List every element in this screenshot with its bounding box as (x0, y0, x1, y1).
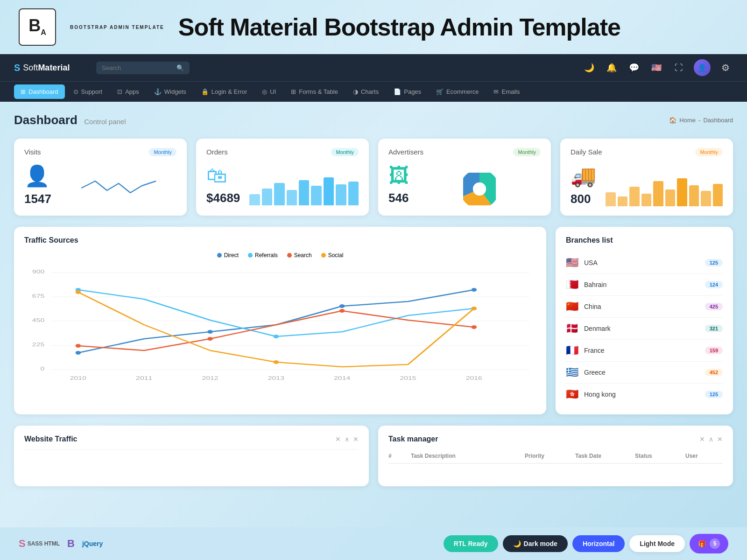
stat-icon-visits: 👤 (24, 164, 51, 188)
task-expand-icon[interactable]: ∧ (709, 435, 713, 443)
widgets-icon: ⚓ (154, 88, 162, 95)
search-input[interactable] (102, 64, 173, 71)
flag-france: 🇫🇷 (566, 344, 578, 357)
legend-social: Social (321, 252, 344, 259)
branch-count-denmark: 321 (705, 325, 723, 332)
website-traffic-content (24, 449, 359, 477)
horizontal-button[interactable]: Horizontal (572, 535, 625, 552)
flag-hongkong: 🇭🇰 (566, 388, 578, 400)
notifications-icon[interactable]: 🔔 (604, 60, 619, 75)
nav-item-charts[interactable]: ◑ Charts (346, 84, 385, 99)
col-desc: Task Description (411, 453, 521, 459)
advertisers-pie (418, 173, 541, 205)
messages-icon[interactable]: 💬 (627, 60, 641, 75)
legend-search: Search (287, 252, 312, 259)
avatar[interactable]: 👤 (694, 59, 711, 76)
nav-item-widgets[interactable]: ⚓ Widgets (148, 84, 193, 99)
stat-card-advertisers: Advertisers Monthly 🖼 546 (378, 139, 551, 216)
forms-icon: ⊞ (291, 88, 296, 95)
navbar: S SoftMaterial 🔍 🌙 🔔 💬 🇺🇸 ⛶ 👤 ⚙ (0, 54, 747, 81)
banner-title: Soft Material Bootstrap Admin Template (178, 13, 620, 41)
task-collapse-icon[interactable]: ✕ (699, 435, 705, 443)
task-manager-panel: Task manager ✕ ∧ ✕ # Task Description Pr… (378, 426, 733, 486)
stat-icon-dailysale: 🚚 (571, 164, 596, 188)
branches-panel: Branches list 🇺🇸 USA 125 🇧🇭 Bahrain 124 … (556, 227, 733, 414)
nav-item-pages[interactable]: 📄 Pages (387, 84, 428, 99)
stat-badge-advertisers: Monthly (513, 148, 541, 156)
traffic-title: Traffic Sources (24, 236, 536, 245)
svg-point-23 (339, 304, 345, 308)
svg-point-21 (76, 351, 81, 355)
legend-dot-social (321, 253, 326, 258)
nav-item-ui[interactable]: ◎ UI (255, 84, 282, 99)
branch-hongkong: 🇭🇰 Hong kong 125 (566, 384, 723, 405)
collapse-icon[interactable]: ✕ (335, 435, 341, 443)
nav-item-ecommerce[interactable]: 🛒 Ecommerce (430, 84, 485, 99)
flag-china: 🇨🇳 (566, 301, 578, 313)
nav-label-dashboard: Dashboard (28, 88, 58, 95)
country-china: China (584, 303, 699, 310)
svg-text:2011: 2011 (136, 375, 152, 381)
chart-legend: Direct Referrals Search Social (24, 252, 536, 259)
settings-icon[interactable]: ⚙ (718, 60, 733, 75)
svg-text:2013: 2013 (268, 375, 284, 381)
website-traffic-panel: Website Traffic ✕ ∧ ✕ (14, 426, 369, 486)
task-table-header: # Task Description Priority Task Date St… (388, 449, 723, 464)
notification-badge-button[interactable]: 🎁 5 (690, 534, 728, 553)
nav-item-dashboard[interactable]: ⊞ Dashboard (14, 84, 65, 99)
widget-grid: Website Traffic ✕ ∧ ✕ Task manager ✕ ∧ ✕ (14, 426, 733, 486)
nav-item-login[interactable]: 🔒 Login & Error (195, 84, 254, 99)
stats-grid: Visits Monthly 👤 1547 Orders Monthly (14, 139, 733, 216)
nav-item-forms[interactable]: ⊞ Forms & Table (284, 84, 345, 99)
flag-usa: 🇺🇸 (566, 257, 578, 269)
navbar-right: 🌙 🔔 💬 🇺🇸 ⛶ 👤 ⚙ (582, 59, 733, 76)
flag-greece: 🇬🇷 (566, 366, 578, 378)
rtl-ready-button[interactable]: RTL Ready (444, 535, 498, 552)
dark-mode-button[interactable]: 🌙 Dark mode (503, 535, 568, 552)
svg-text:450: 450 (32, 317, 45, 323)
language-icon[interactable]: 🇺🇸 (649, 60, 664, 75)
stat-card-visits: Visits Monthly 👤 1547 (14, 139, 187, 216)
country-france: France (584, 347, 699, 354)
country-usa: USA (584, 259, 699, 266)
breadcrumb-current: Dashboard (703, 117, 733, 124)
nav-item-emails[interactable]: ✉ Emails (487, 84, 526, 99)
close-icon[interactable]: ✕ (353, 435, 359, 443)
svg-point-26 (274, 335, 279, 338)
legend-dot-direct (217, 253, 222, 258)
stat-label-advertisers: Advertisers (388, 148, 423, 156)
flag-bahrain: 🇧🇭 (566, 279, 578, 291)
task-close-icon[interactable]: ✕ (717, 435, 723, 443)
darkmode-icon[interactable]: 🌙 (582, 60, 597, 75)
page-title: Dashboard (14, 113, 78, 127)
ecommerce-icon: 🛒 (436, 88, 444, 95)
fullscreen-icon[interactable]: ⛶ (671, 60, 686, 75)
stat-icon-advertisers: 🖼 (388, 164, 409, 187)
svg-text:2016: 2016 (466, 375, 482, 381)
legend-dot-referrals (248, 253, 253, 258)
task-manager-controls: ✕ ∧ ✕ (699, 435, 723, 443)
branch-usa: 🇺🇸 USA 125 (566, 252, 723, 274)
stat-badge-dailysale: Monthly (695, 148, 723, 156)
svg-point-31 (472, 325, 477, 329)
nav-item-apps[interactable]: ⊡ Apps (111, 84, 146, 99)
nav-item-support[interactable]: ⊙ Support (67, 84, 109, 99)
sass-badge: S SASS HTML (19, 538, 60, 550)
svg-text:675: 675 (32, 293, 44, 299)
nav-label-pages: Pages (404, 88, 421, 95)
dailysale-bar-chart (606, 174, 723, 206)
branch-denmark: 🇩🇰 Denmark 321 (566, 318, 723, 340)
nav-label-apps: Apps (125, 88, 139, 95)
emails-icon: ✉ (493, 88, 499, 95)
svg-text:900: 900 (32, 269, 45, 274)
country-hongkong: Hong kong (584, 391, 699, 398)
expand-icon[interactable]: ∧ (345, 435, 349, 443)
stat-badge-orders: Monthly (331, 148, 359, 156)
branch-count-usa: 125 (705, 259, 723, 266)
stat-label-orders: Orders (206, 148, 228, 156)
light-mode-button[interactable]: Light Mode (629, 535, 685, 552)
svg-text:2014: 2014 (334, 375, 351, 381)
svg-text:0: 0 (40, 366, 44, 371)
task-manager-header: Task manager ✕ ∧ ✕ (388, 435, 723, 443)
login-icon: 🔒 (201, 88, 209, 95)
